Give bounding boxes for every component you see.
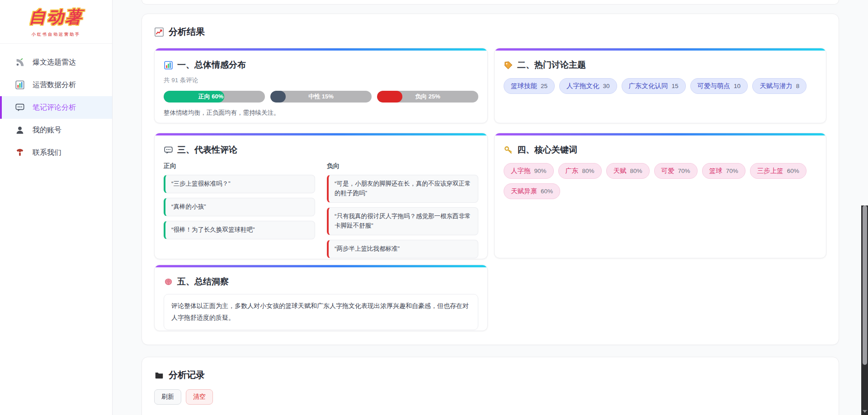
sentiment-card-title: 一、总体情感分布 xyxy=(164,59,478,71)
app-logo-subtitle: 小红书自动运营助手 xyxy=(32,32,80,37)
clear-button[interactable]: 清空 xyxy=(186,389,213,405)
sentiment-bar-label: 正向 60% xyxy=(198,93,224,101)
sentiment-distribution-card: 一、总体情感分布 共 91 条评论 正向 60% 中性 15% xyxy=(154,48,488,123)
person-icon xyxy=(14,125,25,135)
brain-icon xyxy=(164,277,173,287)
folder-icon xyxy=(154,370,164,380)
keywords-card-title: 四、核心关键词 xyxy=(504,144,817,156)
sentiment-bar-fill: 正向 60% xyxy=(164,91,224,103)
analysis-history-panel: 分析记录 刷新 清空 https://www.xiaohongshu.com/e… xyxy=(142,357,839,415)
vertical-scrollbar[interactable] xyxy=(861,205,868,415)
sentiment-bar: 负向 25% xyxy=(377,91,478,103)
negative-comment-quote: “两步半上篮比我都标准” xyxy=(327,240,478,258)
keyword-tag: 人字拖90% xyxy=(504,163,554,179)
core-keywords-card: 四、核心关键词 人字拖90% 广东80% 天赋80% 可爱70% 篮球70% 三… xyxy=(494,133,826,258)
sentiment-summary-note: 整体情绪均衡，正负面均有，需持续关注。 xyxy=(164,109,478,117)
scrollbar-thumb[interactable] xyxy=(863,205,867,365)
keyword-tag: 可爱70% xyxy=(654,163,698,179)
telephone-icon xyxy=(14,147,25,158)
scrollbar-down-arrow-icon[interactable] xyxy=(863,410,867,413)
sentiment-bar-label: 负向 25% xyxy=(377,91,478,103)
keyword-tag: 三步上篮60% xyxy=(750,163,807,179)
negative-comments-column: 负向 “可是，小朋友的脚脚还在长，真的不应该穿双正常的鞋子跑吗” “只有我真的很… xyxy=(327,162,478,258)
representative-comments-card: 三、代表性评论 正向 “三步上篮很标准吗？” “真棒的小孩” “很棒！为了长久换… xyxy=(154,133,488,259)
bar-chart-icon xyxy=(14,79,25,90)
sidebar-item-hot-topic-radar[interactable]: 爆文选题雷达 xyxy=(0,51,112,74)
sidebar-item-operation-data[interactable]: 运营数据分析 xyxy=(0,74,112,96)
sentiment-bar-label: 中性 15% xyxy=(270,91,372,103)
analysis-results-title: 分析结果 xyxy=(154,26,826,38)
topic-tag: 天赋与潜力8 xyxy=(752,78,807,94)
topics-card-title: 二、热门讨论主题 xyxy=(504,59,817,71)
sentiment-bar: 正向 60% xyxy=(164,91,265,103)
positive-comment-quote: “很棒！为了长久换双篮球鞋吧” xyxy=(164,221,315,239)
sidebar-item-label: 运营数据分析 xyxy=(33,80,76,90)
sidebar-item-comment-analysis[interactable]: 笔记评论分析 xyxy=(0,96,112,119)
analysis-history-title: 分析记录 xyxy=(154,369,826,381)
speech-balloon-icon xyxy=(164,145,173,155)
sidebar: 自动薯 小红书自动运营助手 爆文选题雷达 运营数据分析 笔记评论分析 我的账号 xyxy=(0,0,113,415)
topic-tag: 篮球技能25 xyxy=(504,78,555,94)
topic-tag: 广东文化认同15 xyxy=(622,78,686,94)
topic-tag-list: 篮球技能25 人字拖文化30 广东文化认同15 可爱与萌点10 天赋与潜力8 xyxy=(504,78,817,94)
keyword-tag: 篮球70% xyxy=(702,163,745,179)
app-logo-title: 自动薯 xyxy=(29,6,83,28)
keyword-tag-list: 人字拖90% 广东80% 天赋80% 可爱70% 篮球70% 三步上篮60% 天… xyxy=(504,163,817,199)
hot-topics-card: 二、热门讨论主题 篮球技能25 人字拖文化30 广东文化认同15 可爱与萌点10… xyxy=(494,48,826,123)
negative-comment-quote: “可是，小朋友的脚脚还在长，真的不应该穿双正常的鞋子跑吗” xyxy=(327,175,478,203)
topic-tag: 人字拖文化30 xyxy=(559,78,617,94)
sidebar-item-label: 笔记评论分析 xyxy=(33,103,76,112)
label-tag-icon xyxy=(504,61,513,70)
comment-total-count: 共 91 条评论 xyxy=(164,76,478,84)
keyword-tag: 天赋80% xyxy=(606,163,650,179)
key-icon xyxy=(504,145,513,155)
sidebar-item-label: 联系我们 xyxy=(33,148,61,158)
negative-column-label: 负向 xyxy=(327,162,478,170)
sentiment-bars: 正向 60% 中性 15% 负向 25% xyxy=(164,91,478,103)
positive-comment-quote: “真棒的小孩” xyxy=(164,198,315,216)
previous-card-bottom-edge xyxy=(142,0,839,5)
speech-balloon-icon xyxy=(14,102,25,113)
positive-column-label: 正向 xyxy=(164,162,315,170)
insights-text: 评论整体以正面为主，多数人对小女孩的篮球天赋和广东人字拖文化表现出浓厚兴趣和自豪… xyxy=(164,294,478,330)
app-logo: 自动薯 小红书自动运营助手 xyxy=(0,0,112,44)
refresh-button[interactable]: 刷新 xyxy=(154,389,181,405)
analysis-results-panel: 分析结果 一、总体情感分布 共 91 条评论 xyxy=(142,14,839,345)
topic-tag: 可爱与萌点10 xyxy=(690,78,748,94)
sidebar-item-contact-us[interactable]: 联系我们 xyxy=(0,141,112,164)
satellite-antenna-icon xyxy=(14,57,25,68)
negative-comment-quote: “只有我真的很讨厌人字拖吗？感觉那一根东西非常卡脚趾不舒服” xyxy=(327,207,478,235)
positive-comments-column: 正向 “三步上篮很标准吗？” “真棒的小孩” “很棒！为了长久换双篮球鞋吧” xyxy=(164,162,315,258)
sidebar-menu: 爆文选题雷达 运营数据分析 笔记评论分析 我的账号 联系我们 xyxy=(0,44,112,164)
main-content: 分析结果 一、总体情感分布 共 91 条评论 xyxy=(113,0,868,415)
chart-increasing-icon xyxy=(154,27,164,37)
keyword-tag: 天赋异禀60% xyxy=(504,183,560,199)
bar-chart-icon xyxy=(164,61,173,70)
positive-comment-quote: “三步上篮很标准吗？” xyxy=(164,175,315,193)
sidebar-item-label: 我的账号 xyxy=(33,126,61,135)
sentiment-bar: 中性 15% xyxy=(270,91,372,103)
sidebar-item-my-account[interactable]: 我的账号 xyxy=(0,119,112,141)
summary-insights-card: 五、总结洞察 评论整体以正面为主，多数人对小女孩的篮球天赋和广东人字拖文化表现出… xyxy=(154,265,488,331)
keyword-tag: 广东80% xyxy=(558,163,602,179)
sidebar-item-label: 爆文选题雷达 xyxy=(33,58,76,67)
comments-card-title: 三、代表性评论 xyxy=(164,144,478,156)
insights-card-title: 五、总结洞察 xyxy=(164,276,478,288)
